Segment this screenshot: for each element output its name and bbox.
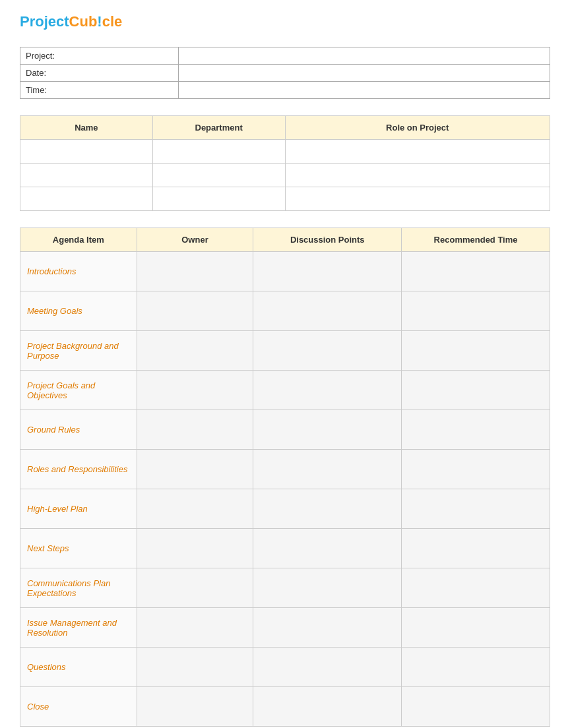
agenda-cell[interactable]	[137, 371, 253, 410]
info-label: Date:	[20, 65, 179, 82]
agenda-cell[interactable]	[253, 410, 402, 450]
agenda-cell[interactable]	[137, 489, 253, 529]
agenda-item[interactable]: Project Goals and Objectives	[20, 371, 137, 410]
agenda-cell[interactable]	[253, 291, 402, 331]
attendees-cell[interactable]	[285, 164, 550, 187]
agenda-cell[interactable]	[137, 568, 253, 608]
agenda-cell[interactable]	[253, 687, 402, 727]
agenda-cell[interactable]	[137, 687, 253, 727]
agenda-cell[interactable]	[137, 529, 253, 568]
agenda-row: Close	[20, 687, 550, 727]
agenda-item[interactable]: Roles and Responsibilities	[20, 450, 137, 489]
info-label: Time:	[20, 82, 179, 99]
agenda-row: Roles and Responsibilities	[20, 450, 550, 489]
agenda-row: Ground Rules	[20, 410, 550, 450]
agenda-cell[interactable]	[402, 410, 550, 450]
attendees-cell[interactable]	[20, 140, 153, 164]
info-value[interactable]	[179, 65, 550, 82]
agenda-cell[interactable]	[253, 568, 402, 608]
agenda-cell[interactable]	[402, 489, 550, 529]
logo: ProjectCub!cle	[20, 13, 550, 30]
agenda-cell[interactable]	[402, 568, 550, 608]
agenda-header: Discussion Points	[253, 228, 402, 252]
attendees-cell[interactable]	[152, 140, 285, 164]
agenda-row: Introductions	[20, 252, 550, 291]
logo-exclaim: !	[97, 13, 102, 30]
attendees-cell[interactable]	[152, 187, 285, 211]
agenda-row: Issue Management and Resolution	[20, 608, 550, 648]
agenda-cell[interactable]	[137, 252, 253, 291]
attendees-header: Department	[152, 116, 285, 140]
info-row: Project:	[20, 47, 550, 65]
info-row: Date:	[20, 65, 550, 82]
agenda-cell[interactable]	[402, 687, 550, 727]
agenda-cell[interactable]	[137, 410, 253, 450]
agenda-cell[interactable]	[402, 291, 550, 331]
agenda-row: Meeting Goals	[20, 291, 550, 331]
attendees-header: Role on Project	[285, 116, 550, 140]
attendees-cell[interactable]	[20, 187, 153, 211]
agenda-item[interactable]: Communications Plan Expectations	[20, 568, 137, 608]
agenda-item[interactable]: Project Background and Purpose	[20, 331, 137, 371]
agenda-cell[interactable]	[253, 450, 402, 489]
agenda-row: Communications Plan Expectations	[20, 568, 550, 608]
agenda-item[interactable]: Next Steps	[20, 529, 137, 568]
agenda-header: Agenda Item	[20, 228, 137, 252]
agenda-cell[interactable]	[137, 648, 253, 687]
agenda-cell[interactable]	[253, 648, 402, 687]
agenda-cell[interactable]	[137, 608, 253, 648]
attendees-cell[interactable]	[285, 140, 550, 164]
agenda-row: Project Background and Purpose	[20, 331, 550, 371]
agenda-item[interactable]: Issue Management and Resolution	[20, 608, 137, 648]
attendees-row	[20, 187, 550, 211]
agenda-cell[interactable]	[402, 252, 550, 291]
agenda-header: Recommended Time	[402, 228, 550, 252]
agenda-cell[interactable]	[253, 529, 402, 568]
agenda-cell[interactable]	[402, 529, 550, 568]
agenda-cell[interactable]	[253, 489, 402, 529]
agenda-row: High-Level Plan	[20, 489, 550, 529]
agenda-cell[interactable]	[253, 331, 402, 371]
agenda-cell[interactable]	[253, 252, 402, 291]
agenda-item[interactable]: Introductions	[20, 252, 137, 291]
agenda-cell[interactable]	[402, 331, 550, 371]
info-label: Project:	[20, 47, 179, 65]
agenda-cell[interactable]	[402, 450, 550, 489]
info-value[interactable]	[179, 82, 550, 99]
info-row: Time:	[20, 82, 550, 99]
agenda-item[interactable]: High-Level Plan	[20, 489, 137, 529]
agenda-cell[interactable]	[402, 608, 550, 648]
agenda-cell[interactable]	[137, 331, 253, 371]
attendees-cell[interactable]	[152, 164, 285, 187]
agenda-cell[interactable]	[253, 608, 402, 648]
attendees-cell[interactable]	[20, 164, 153, 187]
logo-cubicle: Cub	[69, 13, 98, 30]
logo-project: Project	[20, 13, 69, 30]
agenda-cell[interactable]	[253, 371, 402, 410]
attendees-row	[20, 164, 550, 187]
agenda-cell[interactable]	[402, 371, 550, 410]
agenda-row: Questions	[20, 648, 550, 687]
info-value[interactable]	[179, 47, 550, 65]
agenda-header: Owner	[137, 228, 253, 252]
attendees-table: NameDepartmentRole on Project	[20, 115, 550, 211]
agenda-table: Agenda ItemOwnerDiscussion PointsRecomme…	[20, 228, 550, 727]
agenda-row: Next Steps	[20, 529, 550, 568]
agenda-cell[interactable]	[137, 291, 253, 331]
attendees-header: Name	[20, 116, 153, 140]
agenda-cell[interactable]	[402, 648, 550, 687]
agenda-item[interactable]: Close	[20, 687, 137, 727]
info-table: Project:Date:Time:	[20, 47, 550, 99]
agenda-item[interactable]: Ground Rules	[20, 410, 137, 450]
attendees-row	[20, 140, 550, 164]
agenda-row: Project Goals and Objectives	[20, 371, 550, 410]
logo-cle: cle	[102, 13, 123, 30]
agenda-cell[interactable]	[137, 450, 253, 489]
agenda-item[interactable]: Meeting Goals	[20, 291, 137, 331]
agenda-item[interactable]: Questions	[20, 648, 137, 687]
attendees-cell[interactable]	[285, 187, 550, 211]
